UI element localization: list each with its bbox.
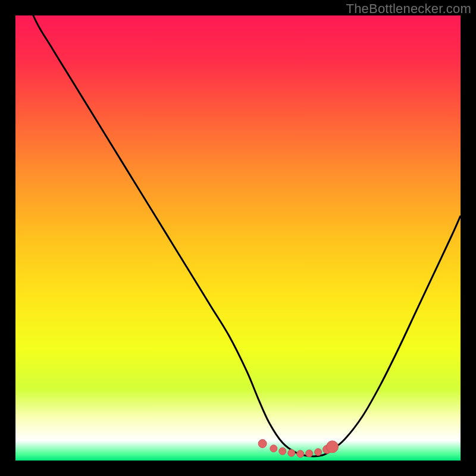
optimal-marker bbox=[306, 450, 313, 457]
optimal-marker bbox=[297, 450, 304, 458]
optimal-marker bbox=[315, 449, 322, 456]
optimal-marker bbox=[288, 449, 295, 456]
attribution-label: TheBottlenecker.com bbox=[346, 1, 471, 16]
gradient-background bbox=[15, 15, 461, 461]
chart-frame bbox=[15, 15, 461, 461]
optimal-marker bbox=[327, 441, 339, 453]
optimal-marker bbox=[258, 440, 267, 448]
optimal-marker bbox=[279, 447, 286, 455]
attribution-link[interactable]: TheBottlenecker.com bbox=[346, 1, 471, 17]
bottleneck-chart bbox=[15, 15, 461, 461]
optimal-marker bbox=[270, 445, 277, 452]
